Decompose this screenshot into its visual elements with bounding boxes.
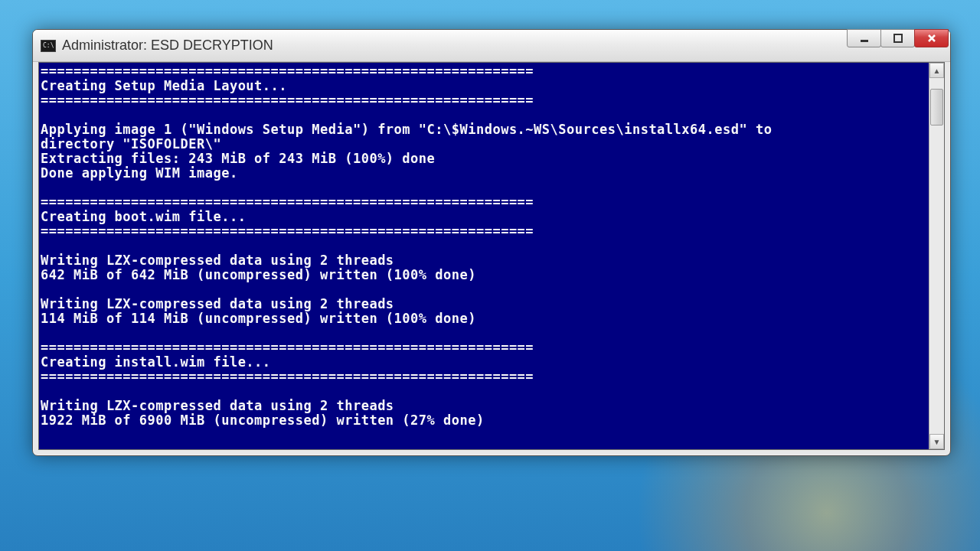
close-icon [926,33,937,44]
window-controls [848,29,949,47]
minimize-button[interactable] [847,29,881,47]
maximize-icon [893,34,903,43]
cmd-icon: C:\ [41,40,56,52]
scroll-down-arrow[interactable]: ▼ [929,434,944,449]
vertical-scrollbar[interactable]: ▲ ▼ [929,63,944,449]
titlebar[interactable]: C:\ Administrator: ESD DECRYPTION [33,30,950,62]
scroll-track[interactable] [929,78,944,434]
console-window: C:\ Administrator: ESD DECRYPTION ======… [32,29,951,456]
console-output[interactable]: ========================================… [39,63,929,449]
scroll-thumb[interactable] [930,89,943,126]
maximize-button[interactable] [880,29,915,47]
window-title: Administrator: ESD DECRYPTION [62,37,273,54]
svg-rect-0 [861,40,868,42]
close-button[interactable] [914,29,949,47]
console-client-area: ========================================… [38,62,945,450]
minimize-icon [860,34,869,43]
svg-rect-1 [894,34,902,42]
scroll-up-arrow[interactable]: ▲ [929,63,944,78]
